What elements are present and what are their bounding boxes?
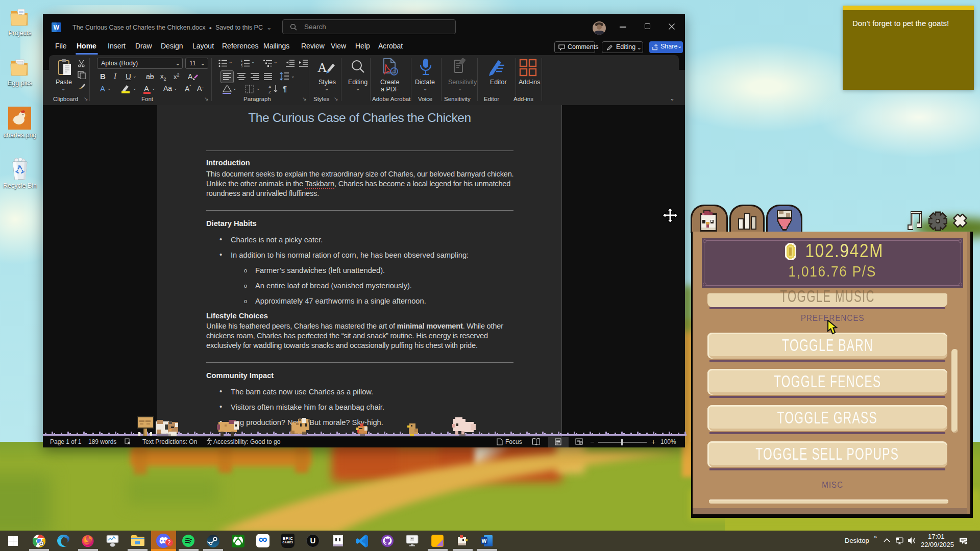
svg-text:W: W: [482, 538, 487, 544]
